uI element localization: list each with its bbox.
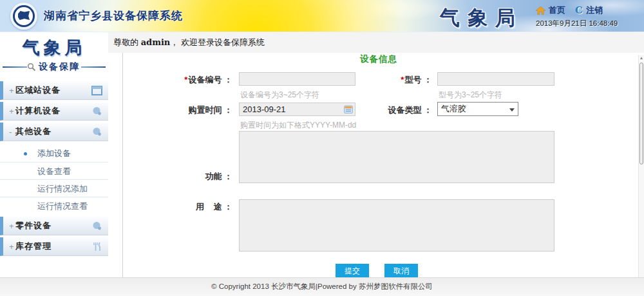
purchase-date-value: 2013-09-21 <box>243 104 286 114</box>
logo-emblem <box>18 11 30 20</box>
model-hint: 型号为3~25个字符 <box>439 90 502 101</box>
device-type-select[interactable]: 气溶胶 <box>437 102 518 116</box>
sidebar-item-label: 区域站设备 <box>15 84 61 96</box>
logout-icon: C <box>575 5 583 16</box>
purchase-date-hint: 购置时间为如下格式YYYY-MM-dd <box>240 120 356 131</box>
sidebar: 气象局 设备保障 + 区域站设备 + <box>0 32 108 277</box>
scrollbar-up-arrow-icon[interactable] <box>639 55 644 61</box>
expand-indicator: + <box>9 221 15 231</box>
system-title: 湖南省宁乡县设备保障系统 <box>44 0 183 32</box>
page: 湖南省宁乡县设备保障系统 气象局 首页 C 注销 2013年9月21日 16:4… <box>0 0 644 296</box>
chat-icon <box>91 127 102 137</box>
top-header: 湖南省宁乡县设备保障系统 气象局 首页 C 注销 2013年9月21日 16:4… <box>0 0 644 32</box>
sidebar-logo-subtitle-row: 设备保障 <box>0 61 108 73</box>
window-icon <box>91 86 102 95</box>
expand-indicator: + <box>9 242 15 252</box>
greeting-username: admin <box>141 37 171 47</box>
required-mark: * <box>401 75 404 84</box>
device-info-panel: 设备信息 *设备编号 ： 设备编号为3~25个字符 *型号 ： 型号为3~25个… <box>122 53 634 277</box>
vertical-scrollbar[interactable] <box>638 55 644 277</box>
sidebar-item-computer[interactable]: + 计算机设备 <box>0 102 108 121</box>
magnifier-icon <box>27 63 36 72</box>
greeting-suffix: ， 欢迎登录设备保障系统 <box>170 37 265 47</box>
function-textarea[interactable] <box>239 131 554 183</box>
expand-indicator: + <box>9 86 15 95</box>
sidebar-item-label: 其他设备 <box>15 126 52 137</box>
brand-title: 气象局 <box>440 5 523 32</box>
required-mark: * <box>184 75 187 84</box>
usage-label: 用 途 ： <box>136 201 232 213</box>
expand-indicator: + <box>9 106 15 116</box>
submenu-item-view-run-status[interactable]: 运行情况查看 <box>0 197 108 214</box>
home-icon <box>536 6 545 15</box>
header-nav: 首页 C 注销 2013年9月21日 16:48:49 <box>536 5 638 28</box>
sidebar-item-label: 计算机设备 <box>15 105 61 117</box>
sidebar-submenu-other: 添加设备 设备查看 运行情况添加 运行情况查看 <box>0 143 108 217</box>
sidebar-logo-title: 气象局 <box>0 36 108 59</box>
tools-icon <box>91 242 102 252</box>
collapse-indicator: - <box>9 127 15 137</box>
datetime-display: 2013年9月21日 16:48:49 <box>536 19 638 28</box>
sidebar-logo-subtitle: 设备保障 <box>39 61 80 73</box>
chat-icon <box>91 106 102 116</box>
sidebar-item-other[interactable]: - 其他设备 <box>0 123 108 141</box>
function-label: 功能 ： <box>136 171 232 183</box>
submenu-item-view-device[interactable]: 设备查看 <box>0 162 108 179</box>
sidebar-item-inventory[interactable]: + 库存管理 <box>0 237 108 256</box>
logout-link[interactable]: 注销 <box>586 5 603 16</box>
model-label: *型号 ： <box>336 74 432 86</box>
device-no-hint: 设备编号为3~25个字符 <box>240 90 319 101</box>
submit-button[interactable]: 提交 <box>336 264 369 277</box>
cancel-button[interactable]: 取消 <box>384 264 418 277</box>
purchase-date-label: 购置时间 ： <box>136 104 232 116</box>
home-link[interactable]: 首页 <box>549 5 565 16</box>
sidebar-item-label: 零件设备 <box>15 220 52 232</box>
submenu-item-add-run-status[interactable]: 运行情况添加 <box>0 179 108 197</box>
chat-icon <box>91 221 102 231</box>
footer: © Copyright 2013 长沙市气象局|Powered by 苏州梦图软… <box>0 277 644 296</box>
greeting-bar: 尊敬的 admin， 欢迎登录设备保障系统 <box>108 32 644 53</box>
greeting-prefix: 尊敬的 <box>113 37 141 47</box>
usage-textarea[interactable] <box>239 199 554 252</box>
chevron-down-icon <box>509 108 515 112</box>
scrollbar-thumb[interactable] <box>639 63 643 164</box>
sidebar-item-region-station[interactable]: + 区域站设备 <box>0 81 108 100</box>
sidebar-logo: 气象局 设备保障 <box>0 32 108 73</box>
model-input[interactable] <box>437 72 554 86</box>
device-no-label: *设备编号 ： <box>136 74 232 86</box>
form-title: 设备信息 <box>123 54 634 65</box>
site-logo <box>10 3 37 30</box>
device-type-label: 设备类型 ： <box>336 104 432 116</box>
sidebar-item-parts[interactable]: + 零件设备 <box>0 217 108 235</box>
submenu-item-add-device[interactable]: 添加设备 <box>0 144 108 162</box>
sidebar-item-label: 库存管理 <box>15 241 52 252</box>
copyright-text: © Copyright 2013 长沙市气象局|Powered by 苏州梦图软… <box>211 282 433 290</box>
sidebar-menu: + 区域站设备 + 计算机设备 - 其他设备 <box>0 81 108 256</box>
device-type-value: 气溶胶 <box>441 104 466 113</box>
